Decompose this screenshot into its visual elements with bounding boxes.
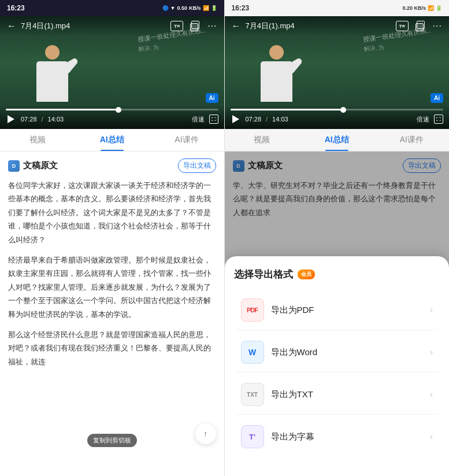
video-top-bar: ← 7月4日(1).mp4 T W ··· bbox=[0, 16, 224, 36]
controls-right: 倍速 ⛶ bbox=[192, 115, 218, 124]
section-header: D 文稿原文 导出文稿 bbox=[8, 158, 216, 173]
teacher-head bbox=[45, 45, 60, 60]
right-video-back-arrow[interactable]: ← bbox=[232, 21, 241, 31]
progress-fill bbox=[6, 109, 118, 110]
pdf-chevron-icon: › bbox=[430, 305, 433, 315]
video-title: 7月4日(1).mp4 bbox=[21, 21, 170, 31]
right-status-bar: 16:23 0.20 KB/s 📶 🔋 bbox=[225, 0, 450, 16]
current-time: 07:28 bbox=[21, 116, 37, 123]
left-tabs-bar: 视频 AI总结 AI课件 bbox=[0, 129, 224, 152]
tab-ai-summary[interactable]: AI总结 bbox=[75, 129, 149, 151]
right-progress-fill bbox=[231, 109, 343, 110]
export-button[interactable]: 导出文稿 bbox=[178, 158, 216, 173]
srt-icon: T' bbox=[241, 425, 264, 448]
paragraph-2: 经济最早来自于希腊语叫做家政管理。那个时候是奴隶社会，奴隶主家里有庄园，那么就得… bbox=[8, 253, 216, 321]
tab-ai-course[interactable]: AI课件 bbox=[149, 129, 224, 151]
section-icon: D bbox=[8, 160, 20, 172]
play-button[interactable] bbox=[6, 114, 16, 124]
progress-bar[interactable] bbox=[6, 109, 218, 110]
more-icon[interactable]: ··· bbox=[207, 21, 217, 31]
right-fullscreen-button[interactable]: ⛶ bbox=[434, 115, 443, 124]
right-video-title: 7月4日(1).mp4 bbox=[246, 21, 396, 31]
right-video-controls: 07:28 / 14:03 倍速 ⛶ bbox=[225, 105, 450, 129]
right-tab-video[interactable]: 视频 bbox=[225, 129, 300, 151]
teacher-figure bbox=[29, 45, 75, 109]
teacher-body bbox=[36, 61, 68, 102]
export-label-word: 导出为Word bbox=[271, 347, 430, 358]
right-panel-content: D 文稿原文 导出文稿 学、大学、研究生对不对？毕业之后还有一个终身教育是干什么… bbox=[225, 152, 450, 476]
right-controls-left: 07:28 / 14:03 bbox=[231, 114, 288, 124]
right-tabs-bar: 视频 AI总结 AI课件 bbox=[225, 129, 450, 152]
controls-left: 07:28 / 14:03 bbox=[6, 114, 64, 124]
right-video-top-bar: ← 7月4日(1).mp4 T W ··· bbox=[225, 16, 450, 36]
copy-icon[interactable] bbox=[190, 21, 201, 31]
fullscreen-button[interactable]: ⛶ bbox=[209, 115, 218, 124]
right-status-time: 16:23 bbox=[232, 4, 250, 12]
controls-row: 07:28 / 14:03 倍速 ⛶ bbox=[6, 114, 218, 124]
pdf-icon: PDF bbox=[241, 298, 264, 322]
right-progress-bar[interactable] bbox=[231, 109, 444, 110]
right-video-player[interactable]: 授课一班处理久有庆感... 解决. 为 ← 7月4日(1).mp4 T W bbox=[225, 16, 450, 129]
export-label-subtitle: 导出为字幕 bbox=[271, 431, 430, 442]
txt-chevron-icon: › bbox=[430, 389, 433, 400]
right-copy-icon[interactable] bbox=[415, 21, 426, 31]
export-label-pdf: 导出为PDF bbox=[271, 305, 430, 316]
word-chevron-icon: › bbox=[430, 347, 433, 357]
export-option-word[interactable]: W 导出为Word › bbox=[234, 333, 440, 372]
export-option-subtitle[interactable]: T' 导出为字幕 › bbox=[234, 417, 440, 456]
right-status-icons: 0.20 KB/s 📶 🔋 bbox=[402, 5, 442, 11]
right-controls-right: 倍速 ⛶ bbox=[417, 115, 443, 124]
scroll-up-arrow: ↑ bbox=[203, 429, 207, 438]
export-option-pdf[interactable]: PDF 导出为PDF › bbox=[234, 290, 440, 330]
modal-title-row: 选择导出格式 会员 bbox=[234, 268, 440, 281]
export-modal: 选择导出格式 会员 PDF 导出为PDF › W 导出为Word › bbox=[225, 256, 450, 476]
tab-video[interactable]: 视频 bbox=[0, 129, 75, 151]
progress-dot bbox=[116, 107, 121, 113]
word-icon: W bbox=[241, 341, 264, 364]
right-video-top-icons: T W ··· bbox=[396, 21, 442, 31]
right-ai-badge: Ai bbox=[431, 93, 443, 103]
right-subtitle-icon[interactable]: T W bbox=[396, 21, 409, 31]
right-total-time: 14:03 bbox=[272, 116, 288, 123]
paragraph-3: 那么这个经世济民什么意思？就是管理国家造福人民的意思，对吧？或者我们有现在我们经… bbox=[8, 328, 216, 368]
right-controls-row: 07:28 / 14:03 倍速 ⛶ bbox=[231, 114, 444, 124]
left-status-bar: 16:23 🔵 ▼ 0.50 KB/s 📶 🔋 bbox=[0, 0, 224, 16]
subtitle-icon[interactable]: T W bbox=[170, 21, 183, 31]
right-teacher-body bbox=[261, 61, 292, 102]
left-content-area: D 文稿原文 导出文稿 各位同学大家好，这次课跟大家谈一谈关于经济和经济学的一些… bbox=[0, 152, 224, 476]
speed-button[interactable]: 倍速 bbox=[192, 115, 205, 124]
video-back-arrow[interactable]: ← bbox=[7, 21, 16, 31]
right-speed-button[interactable]: 倍速 bbox=[417, 115, 429, 124]
right-tab-ai-course[interactable]: AI课件 bbox=[374, 129, 450, 151]
total-time: 14:03 bbox=[48, 116, 64, 123]
transcript-text: 各位同学大家好，这次课跟大家谈一谈关于经济和经济学的一些基本的概念，基本的含义。… bbox=[8, 179, 216, 368]
video-controls: 07:28 / 14:03 倍速 ⛶ bbox=[0, 105, 224, 129]
left-status-icons: 🔵 ▼ 0.50 KB/s 📶 🔋 bbox=[162, 5, 217, 11]
export-option-txt[interactable]: TXT 导出为TXT › bbox=[234, 375, 440, 415]
paragraph-1: 各位同学大家好，这次课跟大家谈一谈关于经济和经济学的一些基本的概念，基本的含义。… bbox=[8, 179, 216, 246]
right-teacher-figure bbox=[254, 45, 300, 109]
section-title-group: D 文稿原文 bbox=[8, 160, 58, 172]
export-label-txt: 导出为TXT bbox=[271, 389, 430, 400]
right-current-time: 07:28 bbox=[246, 116, 262, 123]
right-more-icon[interactable]: ··· bbox=[433, 21, 442, 31]
right-play-button[interactable] bbox=[231, 114, 241, 124]
srt-chevron-icon: › bbox=[430, 431, 433, 442]
right-tab-ai-summary[interactable]: AI总结 bbox=[299, 129, 374, 151]
section-title: 文稿原文 bbox=[23, 160, 58, 171]
txt-icon: TXT bbox=[241, 383, 264, 406]
left-status-time: 16:23 bbox=[7, 4, 25, 12]
copy-toast: 复制到剪切板 bbox=[87, 434, 137, 447]
scroll-up-button[interactable]: ↑ bbox=[195, 423, 216, 444]
left-phone-panel: 16:23 🔵 ▼ 0.50 KB/s 📶 🔋 授课一班处理久有庆感... 解决… bbox=[0, 0, 225, 476]
modal-title: 选择导出格式 bbox=[234, 268, 293, 281]
left-video-player[interactable]: 授课一班处理久有庆感... 解决. 为 ← 7月4日(1).mp4 T W bbox=[0, 16, 224, 129]
video-top-icons: T W ··· bbox=[170, 21, 217, 31]
ai-badge: Ai bbox=[206, 93, 218, 103]
vip-badge: 会员 bbox=[298, 270, 315, 279]
right-teacher-head bbox=[269, 45, 284, 60]
right-phone-panel: 16:23 0.20 KB/s 📶 🔋 授课一班处理久有庆感... 解决. 为 … bbox=[225, 0, 450, 476]
right-progress-dot bbox=[340, 107, 346, 113]
